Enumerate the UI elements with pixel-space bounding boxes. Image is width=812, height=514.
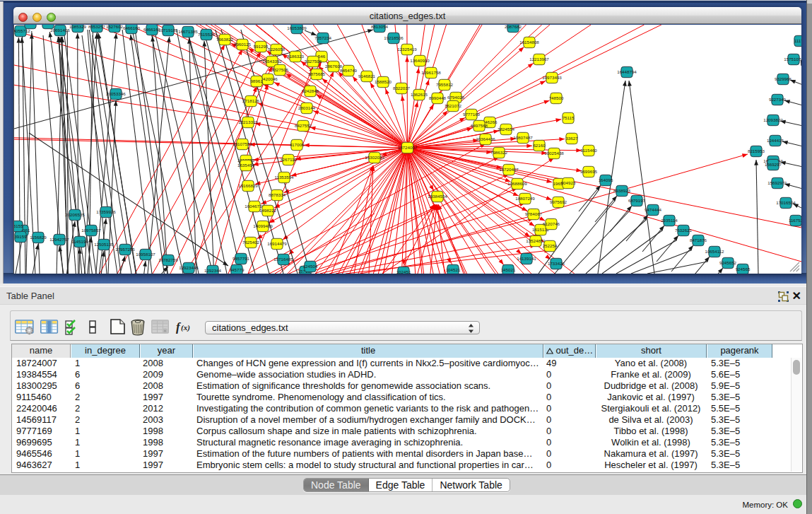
svg-text:15751074: 15751074 — [784, 57, 801, 62]
svg-text:62160: 62160 — [533, 143, 546, 148]
svg-text:12325419: 12325419 — [397, 47, 417, 52]
svg-text:1588520: 1588520 — [375, 79, 392, 84]
svg-text:8878334: 8878334 — [269, 192, 286, 197]
svg-text:9699695: 9699695 — [580, 169, 598, 174]
svg-text:1292344: 1292344 — [204, 268, 222, 273]
svg-text:1085329: 1085329 — [69, 25, 87, 29]
svg-text:924565: 924565 — [736, 267, 751, 271]
svg-text:124504: 124504 — [303, 264, 318, 269]
svg-text:252254: 252254 — [543, 243, 558, 248]
svg-text:145021: 145021 — [501, 267, 516, 272]
svg-text:15302033: 15302033 — [365, 155, 384, 160]
svg-text:10719185: 10719185 — [158, 28, 178, 33]
svg-text:2935114: 2935114 — [661, 218, 678, 223]
svg-text:8454749: 8454749 — [340, 68, 358, 73]
svg-text:104521: 104521 — [446, 267, 461, 272]
svg-text:164095: 164095 — [599, 177, 613, 182]
svg-text:3824554: 3824554 — [498, 127, 515, 132]
svg-text:9227349: 9227349 — [769, 97, 787, 102]
svg-text:5226058: 5226058 — [268, 47, 286, 52]
svg-text:8215953: 8215953 — [748, 148, 765, 153]
svg-text:12213967: 12213967 — [529, 57, 549, 62]
svg-text:102451: 102451 — [396, 269, 411, 274]
svg-text:10807487: 10807487 — [513, 135, 533, 140]
svg-text:12942757: 12942757 — [49, 237, 69, 242]
svg-text:748500: 748500 — [549, 95, 564, 100]
svg-text:8938923: 8938923 — [613, 188, 631, 193]
svg-text:18724007: 18724007 — [398, 145, 418, 150]
svg-text:15692971: 15692971 — [767, 180, 787, 185]
svg-text:10975857: 10975857 — [81, 228, 101, 233]
svg-text:9474444: 9474444 — [645, 207, 662, 212]
svg-text:16448794: 16448794 — [617, 69, 637, 74]
svg-text:6794028: 6794028 — [447, 95, 465, 100]
svg-text:1145194: 1145194 — [71, 239, 88, 244]
svg-text:10107553: 10107553 — [233, 141, 252, 146]
svg-text:16782759: 16782759 — [158, 257, 178, 262]
svg-text:7986322: 7986322 — [490, 150, 508, 155]
svg-text:33627: 33627 — [565, 136, 578, 141]
svg-text:7663822: 7663822 — [216, 37, 234, 42]
svg-text:19166829: 19166829 — [238, 183, 258, 188]
svg-text:8427552: 8427552 — [295, 123, 312, 128]
svg-text:1621072: 1621072 — [445, 103, 462, 108]
svg-text:6120746: 6120746 — [543, 221, 560, 226]
svg-text:10654112: 10654112 — [705, 249, 724, 254]
svg-text:2803144: 2803144 — [298, 105, 316, 110]
svg-text:9115460: 9115460 — [580, 148, 597, 153]
svg-text:1244415: 1244415 — [767, 138, 784, 143]
svg-text:16914479: 16914479 — [267, 241, 287, 246]
svg-text:9457791: 9457791 — [233, 256, 250, 261]
svg-text:20206535: 20206535 — [65, 212, 85, 217]
svg-text:7955812: 7955812 — [436, 82, 454, 87]
svg-text:2087682: 2087682 — [505, 25, 522, 29]
svg-text:2069140: 2069140 — [40, 25, 57, 25]
svg-text:116753: 116753 — [789, 218, 801, 223]
svg-text:12213319: 12213319 — [238, 119, 258, 124]
svg-text:3875685: 3875685 — [308, 71, 326, 76]
svg-text:10958107: 10958107 — [136, 252, 155, 257]
svg-text:8186323: 8186323 — [287, 54, 305, 59]
svg-text:10973493: 10973493 — [542, 75, 562, 80]
svg-text:14139141: 14139141 — [517, 256, 536, 261]
svg-text:17957255: 17957255 — [115, 247, 135, 252]
svg-text:8813054: 8813054 — [371, 25, 389, 29]
svg-text:20053346: 20053346 — [106, 91, 126, 96]
svg-text:39159: 39159 — [14, 234, 27, 239]
svg-text:945779: 945779 — [230, 267, 245, 272]
svg-text:8960125: 8960125 — [234, 42, 252, 47]
svg-text:591295: 591295 — [254, 44, 269, 49]
svg-text:417006: 417006 — [290, 142, 305, 147]
svg-text:17016504: 17016504 — [776, 200, 796, 205]
svg-text:19218506: 19218506 — [384, 35, 404, 40]
svg-text:10025438: 10025438 — [544, 151, 564, 156]
svg-text:93155: 93155 — [14, 223, 23, 228]
svg-text:13524851: 13524851 — [526, 238, 546, 243]
svg-text:15720407: 15720407 — [499, 167, 519, 172]
svg-text:7625402: 7625402 — [242, 240, 260, 245]
svg-text:6466160: 6466160 — [123, 25, 141, 30]
svg-text:10688609: 10688609 — [507, 181, 527, 186]
svg-text:12093822: 12093822 — [763, 117, 783, 122]
svg-text:14099489: 14099489 — [253, 223, 273, 228]
svg-text:1362615: 1362615 — [411, 92, 428, 97]
svg-text:6879197: 6879197 — [628, 198, 646, 203]
svg-text:20364436: 20364436 — [476, 136, 495, 141]
svg-text:17359926: 17359926 — [96, 209, 116, 214]
svg-text:16154808: 16154808 — [519, 40, 539, 45]
svg-text:1635494: 1635494 — [237, 163, 255, 168]
svg-text:16053809: 16053809 — [287, 25, 307, 30]
svg-text:9146821: 9146821 — [358, 74, 376, 78]
svg-text:2718126: 2718126 — [242, 98, 260, 103]
svg-text:9329966: 9329966 — [775, 76, 792, 81]
svg-text:8471876: 8471876 — [690, 238, 707, 243]
svg-text:8322037: 8322037 — [393, 86, 411, 90]
svg-text:9975692: 9975692 — [550, 199, 567, 204]
svg-text:6497568: 6497568 — [471, 123, 488, 128]
svg-text:18807249: 18807249 — [515, 196, 535, 201]
svg-text:7357234: 7357234 — [314, 35, 332, 40]
svg-text:905571: 905571 — [23, 25, 38, 25]
svg-text:9327505: 9327505 — [271, 67, 289, 72]
svg-text:9242848: 9242848 — [302, 88, 319, 93]
svg-text:13640910: 13640910 — [410, 58, 430, 63]
